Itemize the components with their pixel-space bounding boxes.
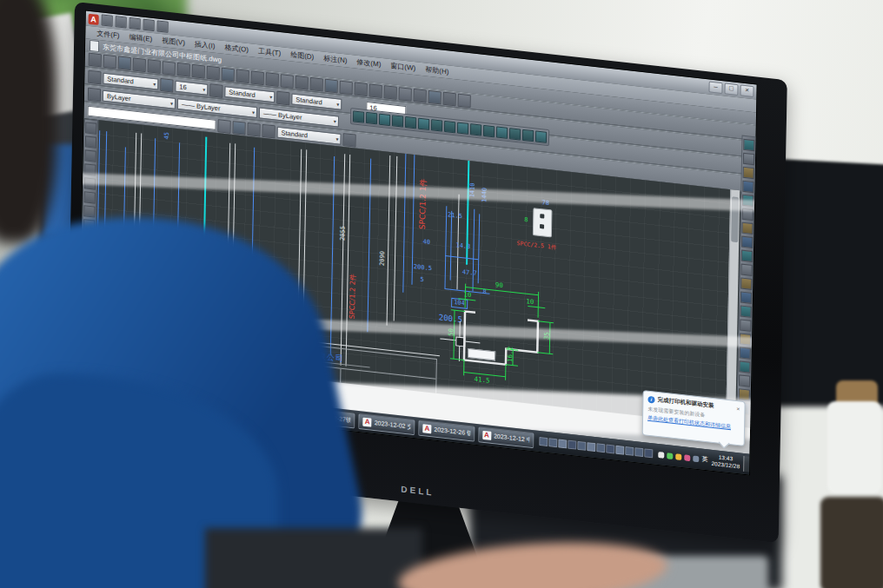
minimize-button[interactable]: –	[708, 81, 722, 94]
workspace-icon-5[interactable]	[342, 133, 355, 148]
taskbar-toggle-icon[interactable]	[626, 446, 634, 456]
dimension-tool-icon[interactable]	[483, 125, 495, 137]
standard-toolbar-icon[interactable]	[428, 90, 442, 105]
standard-toolbar-icon[interactable]	[399, 87, 412, 102]
standard-toolbar-icon[interactable]	[118, 56, 131, 71]
standard-toolbar-icon[interactable]	[310, 77, 323, 92]
modify-tool-icon[interactable]	[742, 181, 754, 193]
taskbar-toggle-icon[interactable]	[616, 446, 625, 455]
balloon-close-icon[interactable]: ×	[736, 406, 740, 412]
standard-toolbar-icon[interactable]	[148, 59, 161, 74]
tray-icon-1[interactable]	[659, 452, 665, 459]
show-desktop-button[interactable]	[743, 456, 750, 472]
modify-tool-icon[interactable]	[743, 167, 754, 179]
modify-tool-icon[interactable]	[740, 319, 751, 331]
dimension-tool-icon[interactable]	[444, 121, 455, 133]
modify-tool-icon[interactable]	[739, 388, 750, 400]
draw-tool-icon[interactable]	[84, 191, 96, 203]
dimension-tool-icon[interactable]	[431, 119, 442, 131]
standard-toolbar-icon[interactable]	[266, 72, 279, 87]
new-file-icon[interactable]	[102, 14, 113, 26]
tray-icon-5[interactable]	[694, 455, 700, 462]
standard-toolbar-icon[interactable]	[443, 92, 456, 107]
modify-tool-icon[interactable]	[742, 208, 754, 221]
menu-insert[interactable]: 插入(I)	[190, 39, 220, 52]
save-icon[interactable]	[129, 17, 141, 30]
standard-toolbar-icon[interactable]	[325, 79, 338, 94]
modify-tool-icon[interactable]	[740, 291, 752, 303]
taskbar-toggle-icon[interactable]	[559, 439, 568, 448]
dimension-tool-icon[interactable]	[392, 115, 403, 127]
draw-tool-icon[interactable]	[85, 149, 96, 162]
taskbar-toggle-icon[interactable]	[597, 443, 606, 453]
standard-toolbar-icon[interactable]	[384, 85, 397, 100]
taskbar-button-cad-2[interactable]: A2023-12-02 交货…	[359, 413, 415, 435]
standard-toolbar-icon[interactable]	[133, 57, 146, 72]
draw-tool-icon[interactable]	[85, 122, 96, 134]
taskbar-button-cad-3[interactable]: A2023-12-26 锁柄…	[418, 420, 475, 442]
workspace-icon-2[interactable]	[232, 121, 245, 135]
modify-tool-icon[interactable]	[741, 250, 753, 262]
workspace-icon-3[interactable]	[247, 122, 260, 136]
modify-tool-icon[interactable]	[740, 347, 751, 359]
draw-tool-icon[interactable]	[83, 205, 95, 217]
modify-tool-icon[interactable]	[740, 278, 752, 290]
ime-indicator[interactable]: 英	[702, 455, 708, 465]
workspace-icon-4[interactable]	[262, 123, 275, 138]
workspace-icon-1[interactable]	[217, 119, 230, 134]
modify-tool-icon[interactable]	[741, 222, 753, 235]
dimension-tool-icon[interactable]	[522, 129, 534, 142]
dimension-tool-icon[interactable]	[353, 110, 364, 122]
open-file-icon[interactable]	[116, 16, 127, 28]
dimension-tool-icon[interactable]	[405, 116, 416, 129]
draw-tool-icon[interactable]	[85, 135, 96, 148]
taskbar-toggle-icon[interactable]	[578, 441, 587, 451]
print-icon[interactable]	[143, 19, 155, 31]
modify-tool-icon[interactable]	[740, 305, 752, 317]
taskbar-clock[interactable]: 13:43 2023/12/28	[711, 453, 740, 470]
modify-tool-icon[interactable]	[741, 236, 753, 248]
scrollbar-thumb[interactable]	[731, 196, 739, 242]
tray-icon-4[interactable]	[685, 454, 691, 461]
tray-icon-2[interactable]	[667, 453, 674, 459]
standard-toolbar-icon[interactable]	[103, 55, 116, 69]
modify-tool-icon[interactable]	[740, 264, 752, 276]
dimension-tool-icon[interactable]	[366, 112, 377, 124]
modify-tool-icon[interactable]	[743, 139, 754, 151]
taskbar-toggle-icon[interactable]	[549, 438, 558, 447]
taskbar-toggle-icon[interactable]	[588, 442, 596, 452]
dimension-tool-icon[interactable]	[470, 123, 481, 135]
standard-toolbar-icon[interactable]	[251, 70, 264, 85]
close-button[interactable]: ×	[740, 84, 754, 97]
standard-toolbar-icon[interactable]	[295, 76, 309, 90]
standard-toolbar-icon[interactable]	[355, 82, 368, 96]
dimension-tool-icon[interactable]	[509, 128, 521, 140]
maximize-button[interactable]: □	[724, 83, 738, 96]
undo-icon[interactable]	[157, 20, 169, 32]
dimension-tool-icon[interactable]	[379, 114, 390, 126]
standard-toolbar-icon[interactable]	[207, 66, 220, 81]
modify-tool-icon[interactable]	[743, 153, 754, 165]
dimension-tool-icon[interactable]	[496, 126, 508, 138]
standard-toolbar-icon[interactable]	[281, 74, 294, 89]
standard-toolbar-icon[interactable]	[222, 68, 235, 83]
standard-toolbar-icon[interactable]	[177, 63, 190, 77]
taskbar-toggle-icon[interactable]	[635, 447, 644, 457]
standard-toolbar-icon[interactable]	[458, 94, 471, 109]
standard-toolbar-icon[interactable]	[340, 81, 353, 96]
taskbar-button-cad-4[interactable]: A2023-12-12 中意…	[478, 426, 534, 448]
modify-tool-icon[interactable]	[739, 374, 750, 386]
dimension-tool-icon[interactable]	[418, 118, 429, 130]
standard-toolbar-icon[interactable]	[236, 69, 249, 83]
dimension-tool-icon[interactable]	[457, 122, 468, 135]
taskbar-toggle-icon[interactable]	[568, 440, 577, 450]
text-height-combo[interactable]: 16▾	[175, 80, 208, 95]
standard-toolbar-icon[interactable]	[89, 53, 102, 68]
dimension-tool-icon[interactable]	[535, 130, 547, 142]
draw-tool-icon[interactable]	[84, 177, 96, 189]
modify-tool-icon[interactable]	[740, 333, 751, 345]
standard-toolbar-icon[interactable]	[192, 64, 205, 79]
taskbar-toggle-icon[interactable]	[607, 444, 615, 453]
modify-tool-icon[interactable]	[742, 195, 754, 207]
draw-tool-icon[interactable]	[84, 163, 96, 175]
